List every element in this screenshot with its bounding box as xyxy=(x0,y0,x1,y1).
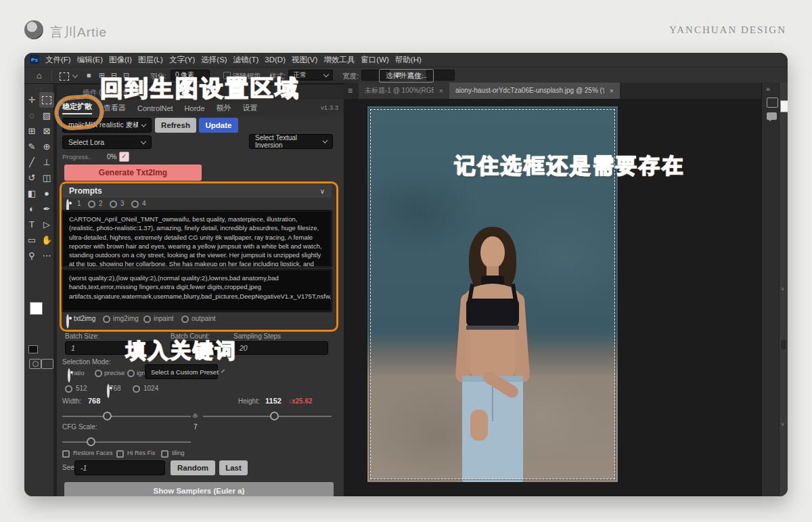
tab-extras[interactable]: 额外 xyxy=(217,103,231,113)
tab-settings[interactable]: 设置 xyxy=(243,103,258,113)
document-tab-unsplash[interactable]: aiony-haust-orYdcTza06E-unsplash.jpg @ 2… xyxy=(449,83,620,99)
prompt-slot-4-radio[interactable] xyxy=(131,200,139,208)
restore-faces-checkbox[interactable] xyxy=(62,450,70,458)
move-tool[interactable]: ✛ xyxy=(24,92,39,108)
clone-stamp-tool[interactable]: ⊥ xyxy=(39,154,54,170)
positive-prompt-textarea[interactable]: CARTOON_April_ONeil_TMNT_ownwaifu, best … xyxy=(62,211,332,267)
default-colors-icon[interactable] xyxy=(28,345,38,353)
tiling-checkbox[interactable] xyxy=(161,450,168,458)
pen-tool[interactable]: ✒ xyxy=(39,201,54,217)
size-512-radio[interactable] xyxy=(65,385,72,393)
menu-plugins[interactable]: 增效工具 xyxy=(323,55,355,65)
tab-controlnet[interactable]: ControlNet xyxy=(137,104,173,112)
select-and-mask-button[interactable]: 选择并遮住... xyxy=(379,69,434,83)
type-tool[interactable]: T xyxy=(24,217,39,232)
rectangular-marquee-tool[interactable] xyxy=(39,92,54,108)
menu-edit[interactable]: 编辑(E) xyxy=(77,55,103,65)
update-button[interactable]: Update xyxy=(199,118,238,133)
path-selection-tool[interactable]: ▷ xyxy=(39,217,54,232)
eraser-tool[interactable]: ◫ xyxy=(39,170,54,186)
chevron-down-icon[interactable]: ˅ xyxy=(781,421,784,428)
close-icon[interactable]: × xyxy=(439,87,443,95)
crop-tool[interactable]: ⊞ xyxy=(24,123,39,139)
blur-tool[interactable]: ● xyxy=(39,186,54,201)
custom-preset-select[interactable]: Select a Custom Preset xyxy=(145,364,218,379)
selection-ignore-radio[interactable] xyxy=(127,370,135,377)
home-icon[interactable]: ⌂ xyxy=(37,70,42,81)
zoom-tool[interactable]: ⚲ xyxy=(24,248,39,263)
selection-precise-radio[interactable] xyxy=(95,370,102,377)
hi-res-fix-checkbox[interactable] xyxy=(116,450,124,458)
screen-mode-icon[interactable] xyxy=(41,359,53,369)
random-seed-button[interactable]: Random xyxy=(171,460,215,475)
height-slider-track[interactable] xyxy=(203,416,332,417)
sampling-steps-input[interactable]: 20 xyxy=(233,341,328,355)
width-slider-knob[interactable] xyxy=(103,412,112,420)
marquee-tool-preset-icon[interactable] xyxy=(60,72,69,81)
height-slider-knob[interactable] xyxy=(270,412,279,420)
dodge-tool[interactable]: ◐ xyxy=(24,201,39,217)
menu-3d[interactable]: 3D(D) xyxy=(265,56,286,64)
menu-view[interactable]: 视图(V) xyxy=(292,55,317,65)
brush-tool[interactable]: ╱ xyxy=(24,154,39,170)
tab-viewer[interactable]: 查看器 xyxy=(104,103,126,113)
last-seed-button[interactable]: Last xyxy=(219,460,248,475)
stable-diffusion-plugin-panel: 插件 (阿空汉化) 稳定扩散 查看器 ControlNet Horde 额外 设… xyxy=(57,85,344,496)
mode-img2img-radio[interactable] xyxy=(103,316,110,323)
lasso-tool[interactable]: ◌ xyxy=(24,108,39,123)
prompt-slot-3-radio[interactable] xyxy=(110,200,117,208)
panel-menu-icon[interactable]: ≡ xyxy=(348,86,353,95)
generate-txt2img-button[interactable]: Generate Txt2Img xyxy=(64,165,202,181)
shape-tool[interactable]: ▭ xyxy=(24,232,39,248)
collapse-icon[interactable]: ∨ xyxy=(320,188,325,195)
menu-type[interactable]: 文字(Y) xyxy=(169,55,195,65)
mode-inpaint-radio[interactable] xyxy=(143,316,151,323)
menu-filter[interactable]: 滤镜(T) xyxy=(233,55,259,65)
seed-input[interactable]: -1 xyxy=(74,460,165,475)
menu-window[interactable]: 窗口(W) xyxy=(361,55,389,65)
history-brush-tool[interactable]: ↺ xyxy=(24,170,39,186)
object-selection-tool[interactable]: ▨ xyxy=(39,108,54,123)
menu-file[interactable]: 文件(F) xyxy=(45,55,71,65)
cfg-slider-knob[interactable] xyxy=(87,437,95,446)
docked-color-swatch[interactable] xyxy=(780,100,788,112)
background-color-swatch[interactable] xyxy=(30,302,43,315)
refresh-button[interactable]: Refresh xyxy=(155,118,196,133)
eyedropper-tool[interactable]: ✎ xyxy=(24,139,39,154)
width-slider-track[interactable] xyxy=(62,416,191,417)
lora-select[interactable]: Select Lora xyxy=(62,135,152,149)
document-tab-untitled[interactable]: 未标题-1 @ 100%(RGB/8) × xyxy=(359,83,449,99)
tab-horde[interactable]: Horde xyxy=(185,104,205,112)
collapse-panels-icon[interactable]: » xyxy=(766,85,770,93)
selection-ratio-radio[interactable] xyxy=(68,368,70,383)
prompt-slot-2-radio[interactable] xyxy=(88,200,95,208)
close-icon[interactable]: × xyxy=(610,87,614,95)
mode-outpaint-radio[interactable] xyxy=(181,316,189,323)
menu-select[interactable]: 选择(S) xyxy=(201,55,227,65)
negative-prompt-textarea[interactable]: (worst quality:2),(low quality:2),(norma… xyxy=(62,269,332,311)
menu-layer[interactable]: 图层(L) xyxy=(138,55,163,65)
quick-mask-icon[interactable] xyxy=(29,359,41,369)
toolbar-drag-handle[interactable]: ·· xyxy=(24,85,54,91)
more-tools[interactable]: ⋯ xyxy=(39,248,54,263)
hand-tool[interactable]: ✋ xyxy=(39,232,54,248)
show-samplers-button[interactable]: Show Samplers (Euler a) xyxy=(64,482,334,496)
size-1024-radio[interactable] xyxy=(133,385,140,393)
gradient-tool[interactable]: ◧ xyxy=(24,186,39,201)
mode-txt2img-radio[interactable] xyxy=(66,314,69,328)
textual-inversion-select[interactable]: Select Textual Inversion xyxy=(249,134,333,149)
menu-image[interactable]: 图像(I) xyxy=(109,55,132,65)
menu-help[interactable]: 帮助(H) xyxy=(395,55,422,65)
chevron-down-icon[interactable]: ˅ xyxy=(781,286,784,292)
chevron-down-icon[interactable] xyxy=(72,72,78,78)
cfg-slider-track[interactable] xyxy=(62,441,191,443)
progress-checkbox[interactable]: ✓ xyxy=(119,152,129,162)
docked-panel-button[interactable] xyxy=(781,340,786,349)
history-panel-icon[interactable] xyxy=(767,97,778,108)
frame-tool[interactable]: ⊠ xyxy=(39,123,54,139)
new-selection-icon[interactable]: ■ xyxy=(87,71,92,79)
healing-brush-tool[interactable]: ⊕ xyxy=(39,139,54,154)
prompts-header[interactable]: Prompts ∨ xyxy=(62,184,332,198)
comments-panel-icon[interactable] xyxy=(767,112,777,120)
link-dimensions-icon[interactable]: -8- xyxy=(192,412,198,419)
